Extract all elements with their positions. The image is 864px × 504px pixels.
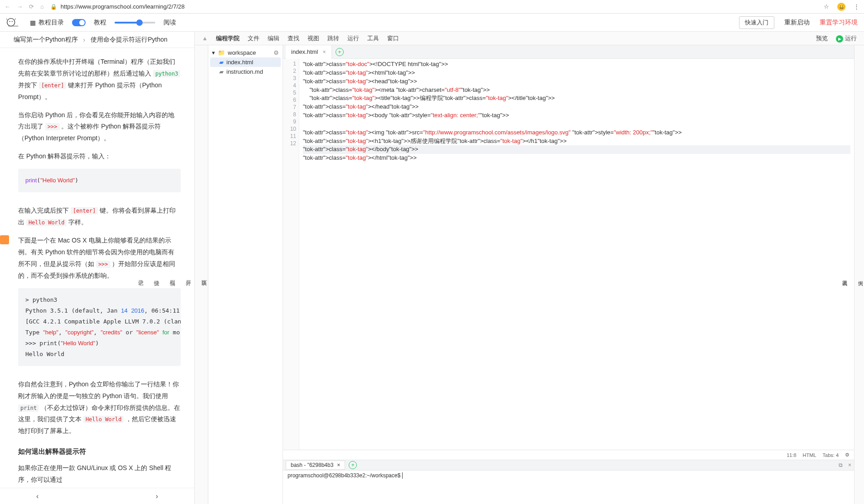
editor-tab[interactable]: index.html × [286, 45, 332, 59]
terminal-prompt: programschool@6298b4b333e2:~/workspace$ [288, 472, 402, 479]
key-chip: [enter] [71, 207, 98, 214]
svg-point-2 [12, 21, 13, 22]
tree-file[interactable]: ▰ instruction.md [208, 67, 283, 76]
tab-setting[interactable]: Tabs: 4 [823, 452, 839, 458]
terminal-tabbar: bash - "6298b4b3 × + ⧉ × [283, 460, 854, 471]
menubar: ▲ 编程学院 文件 编辑 查找 视图 跳转 运行 工具 窗口 预览 ▶运行 [195, 32, 864, 45]
close-icon[interactable]: × [337, 462, 340, 468]
code-chip: Hello World [83, 416, 124, 423]
menu-item[interactable]: 查找 [288, 34, 299, 43]
tree-file[interactable]: ▰ index.html [210, 57, 281, 67]
tree-root[interactable]: ▾ 📁 workspace ⚙ [208, 48, 283, 57]
code-chip: print [18, 404, 39, 412]
code-editor[interactable]: 123456789101112 "tok-attr">class="tok-do… [283, 59, 854, 450]
folder-icon: 📁 [218, 49, 225, 56]
gear-icon[interactable]: ⚙ [274, 49, 279, 56]
cursor-position: 11:8 [787, 452, 796, 458]
reload-icon[interactable]: ⟳ [29, 3, 34, 10]
toc-button[interactable]: ▦ 教程目录 [30, 19, 64, 27]
menu-item[interactable]: 运行 [347, 34, 359, 43]
line-gutter: 123456789101112 [283, 59, 299, 450]
tutorial-label: 教程 [94, 19, 106, 27]
lesson-content[interactable]: 在你的操作系统中打开终端（Terminal）程序（正如我们先前在安装章节所讨论过… [0, 48, 194, 488]
lock-icon: 🔒 [50, 4, 57, 10]
breadcrumb-item[interactable]: 编写第一个Python程序 [14, 36, 78, 44]
close-icon[interactable]: × [322, 48, 326, 55]
menu-item[interactable]: 文件 [248, 34, 259, 43]
quickstart-button[interactable]: 快速入门 [739, 16, 774, 29]
file-tree: ▾ 📁 workspace ⚙ ▰ index.html ▰ instructi… [208, 45, 283, 504]
menu-item[interactable]: 窗口 [387, 34, 399, 43]
breadcrumb-item[interactable]: 使用命令提示符运行Python [91, 36, 168, 44]
preview-button[interactable]: 预览 [816, 34, 828, 43]
reset-env-button[interactable]: 重置学习环境 [820, 19, 858, 27]
play-icon: ▶ [836, 35, 843, 43]
back-icon[interactable]: ← [5, 3, 10, 10]
star-icon[interactable]: ☆ [824, 3, 829, 10]
code-block: print("Hello World") [18, 169, 181, 192]
restart-button[interactable]: 重新启动 [784, 19, 810, 27]
read-label: 阅读 [163, 19, 176, 27]
note-badge-icon[interactable] [0, 235, 9, 244]
menu-item[interactable]: 编辑 [268, 34, 279, 43]
editor-tabbar: index.html × + [283, 45, 854, 59]
md-file-icon: ▰ [219, 68, 224, 75]
terminal[interactable]: programschool@6298b4b333e2:~/workspace$ [283, 471, 854, 504]
profile-avatar-icon[interactable]: 😀 [837, 3, 845, 11]
prev-button[interactable]: ‹ [36, 492, 38, 500]
code-block: > python3 Python 3.5.1 (default, Jan 14 … [18, 288, 181, 366]
code-chip: Hello World [26, 219, 67, 226]
menu-item[interactable]: 工具 [367, 34, 379, 43]
chevron-right-icon: › [83, 36, 86, 43]
url-text: https://www.programschool.com/learning/2… [61, 3, 185, 10]
app-header: ▦ 教程目录 教程 阅读 快速入门 重新启动 重置学习环境 [0, 14, 864, 32]
home-icon[interactable]: ⌂ [40, 3, 44, 10]
new-terminal-button[interactable]: + [349, 461, 357, 469]
ide-panel: ▲ 编程学院 文件 编辑 查找 视图 跳转 运行 工具 窗口 预览 ▶运行 区块… [195, 32, 864, 504]
left-tool-rail: 区块页 分屏 编程 快捷 记录 [195, 45, 208, 504]
menu-item[interactable]: 编程学院 [216, 34, 240, 43]
html-file-icon: ▰ [219, 59, 224, 66]
book-icon: ▦ [30, 19, 36, 26]
run-button[interactable]: ▶运行 [836, 34, 857, 43]
breadcrumb: 编写第一个Python程序 › 使用命令提示符运行Python [0, 32, 194, 48]
status-bar: 11:8 HTML Tabs: 4 ⚙ [283, 450, 854, 460]
chevron-down-icon: ▾ [212, 49, 215, 56]
split-icon[interactable]: ⧉ [839, 462, 843, 468]
forward-icon[interactable]: → [17, 3, 23, 10]
progress-slider[interactable] [115, 22, 155, 24]
close-icon[interactable]: × [848, 462, 851, 468]
url-bar[interactable]: 🔒 https://www.programschool.com/learning… [50, 3, 817, 10]
right-tool-rail: 大纲 调试工具 [854, 45, 864, 504]
app-logo-icon [6, 17, 22, 29]
code-chip: >>> [45, 123, 60, 130]
key-chip: [enter] [39, 82, 67, 89]
tutorial-toggle[interactable] [72, 19, 86, 26]
code-chip: >>> [96, 261, 110, 268]
section-heading: 如何退出解释器提示符 [18, 445, 181, 458]
gear-icon[interactable]: ⚙ [845, 452, 850, 458]
collapse-icon[interactable]: ▲ [202, 35, 208, 42]
svg-point-1 [10, 21, 10, 22]
lesson-panel: 编写第一个Python程序 › 使用命令提示符运行Python 在你的操作系统中… [0, 32, 195, 504]
language-mode[interactable]: HTML [803, 452, 816, 458]
menu-item[interactable]: 跳转 [327, 34, 339, 43]
next-button[interactable]: › [156, 492, 158, 500]
menu-item[interactable]: 视图 [307, 34, 319, 43]
new-tab-button[interactable]: + [336, 48, 344, 56]
code-chip: python3 [153, 70, 181, 77]
kebab-menu-icon[interactable]: ⋮ [854, 3, 859, 10]
browser-toolbar: ← → ⟳ ⌂ 🔒 https://www.programschool.com/… [0, 0, 864, 14]
svg-point-0 [7, 18, 15, 26]
terminal-tab[interactable]: bash - "6298b4b3 × [286, 461, 345, 470]
pager: ‹ › [0, 488, 194, 504]
